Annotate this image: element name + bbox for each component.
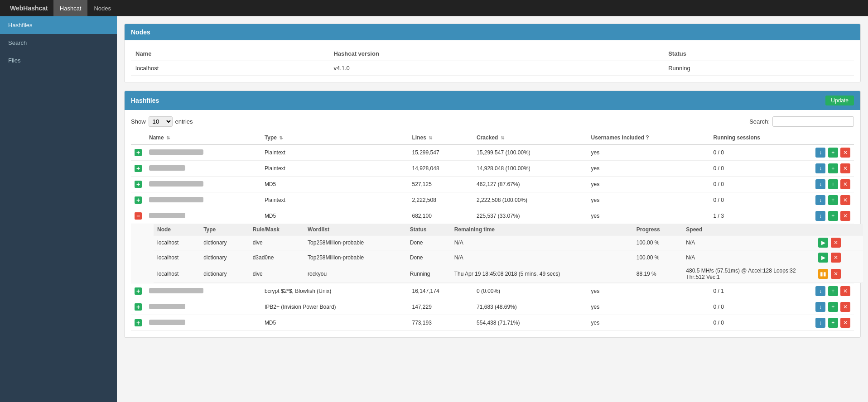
search-box: Search: (749, 116, 854, 127)
delete-button[interactable]: ✕ (840, 211, 850, 221)
col-type[interactable]: Type ⇅ (261, 131, 409, 144)
hf-name (145, 144, 261, 161)
collapse-button[interactable]: − (135, 212, 142, 220)
hf-lines: 682,100 (409, 208, 473, 224)
update-button[interactable]: Update (825, 96, 854, 105)
stop-button[interactable]: ✕ (831, 269, 841, 279)
nodes-col-name: Name (131, 47, 329, 61)
expand-button[interactable]: + (135, 165, 142, 172)
col-name[interactable]: Name ⇅ (145, 131, 261, 144)
sess-col-actions (814, 224, 863, 235)
table-row: − MD5 682,100 225,537 (33.07%) yes 1 / 3… (131, 208, 854, 224)
sess-wordlist: Top258Million-probable (304, 235, 406, 250)
play-button[interactable]: ▶ (818, 253, 828, 263)
download-button[interactable]: ↓ (815, 318, 825, 328)
download-button[interactable]: ↓ (815, 211, 825, 221)
session-table: Node Type Rule/Mask Wordlist Status Rema… (154, 224, 863, 283)
add-button[interactable]: + (828, 302, 838, 312)
table-row: + Plaintext 15,299,547 15,299,547 (100.0… (131, 144, 854, 161)
list-item: localhost dictionary dive rockyou Runnin… (154, 265, 863, 283)
expand-button[interactable]: + (135, 287, 142, 295)
hashfiles-panel-title: Hashfiles (131, 97, 159, 104)
expand-button[interactable]: + (135, 319, 142, 326)
col-usernames: Usernames included ? (588, 131, 710, 144)
col-running: Running sessions (710, 131, 811, 144)
hf-cracked: 554,438 (71.71%) (473, 315, 588, 331)
hf-cracked: 2,222,508 (100.00%) (473, 192, 588, 208)
table-row: + Plaintext 2,222,508 2,222,508 (100.00%… (131, 192, 854, 208)
expand-button[interactable]: + (135, 303, 142, 311)
nav-hashcat[interactable]: Hashcat (53, 0, 88, 16)
delete-button[interactable]: ✕ (840, 148, 850, 158)
list-item: localhost dictionary d3ad0ne Top258Milli… (154, 250, 863, 265)
add-button[interactable]: + (828, 179, 838, 189)
sess-rule: dive (249, 235, 304, 250)
expand-button[interactable]: + (135, 181, 142, 188)
hf-lines: 15,299,547 (409, 144, 473, 161)
sort-cracked-icon: ⇅ (501, 135, 504, 140)
hf-cracked: 14,928,048 (100.00%) (473, 161, 588, 177)
add-button[interactable]: + (828, 286, 838, 296)
hf-type: Plaintext (261, 161, 409, 177)
add-button[interactable]: + (828, 163, 838, 173)
sidebar-item-files[interactable]: Files (0, 52, 117, 69)
sess-col-remaining: Remaining time (451, 224, 633, 235)
nodes-panel: Nodes Name Hashcat version Status localh… (124, 24, 861, 82)
search-label: Search: (749, 118, 770, 125)
nav-nodes[interactable]: Nodes (87, 0, 117, 16)
show-entries: Show 10 25 50 100 entries (131, 116, 193, 127)
download-button[interactable]: ↓ (815, 179, 825, 189)
add-button[interactable]: + (828, 148, 838, 158)
delete-button[interactable]: ✕ (840, 163, 850, 173)
pause-button[interactable]: ▮▮ (818, 269, 828, 279)
expand-button[interactable]: + (135, 196, 142, 204)
search-input[interactable] (772, 116, 854, 127)
col-lines[interactable]: Lines ⇅ (409, 131, 473, 144)
delete-button[interactable]: ✕ (840, 195, 850, 205)
stop-button[interactable]: ✕ (831, 238, 841, 248)
hf-usernames: yes (588, 177, 710, 192)
table-row: + Plaintext 14,928,048 14,928,048 (100.0… (131, 161, 854, 177)
nodes-col-version: Hashcat version (329, 47, 664, 61)
play-button[interactable]: ▶ (818, 238, 828, 248)
hf-lines: 527,125 (409, 177, 473, 192)
entries-select[interactable]: 10 25 50 100 (149, 116, 173, 127)
add-button[interactable]: + (828, 211, 838, 221)
add-button[interactable]: + (828, 195, 838, 205)
download-button[interactable]: ↓ (815, 302, 825, 312)
hf-lines: 14,928,048 (409, 161, 473, 177)
sidebar-item-search[interactable]: Search (0, 34, 117, 52)
app-brand: WebHashcat (5, 5, 53, 12)
download-button[interactable]: ↓ (815, 163, 825, 173)
top-nav: WebHashcat Hashcat Nodes (0, 0, 868, 16)
add-button[interactable]: + (828, 318, 838, 328)
hf-name (145, 177, 261, 192)
layout: Hashfiles Search Files Nodes Name Hashca… (0, 16, 868, 402)
col-cracked[interactable]: Cracked ⇅ (473, 131, 588, 144)
sess-col-status: Status (406, 224, 451, 235)
hf-type: bcrypt $2*$, Blowfish (Unix) (261, 283, 409, 299)
table-controls: Show 10 25 50 100 entries Search: (131, 116, 854, 127)
sess-actions: ▶ ✕ (814, 235, 863, 250)
sess-actions: ▶ ✕ (814, 250, 863, 265)
download-button[interactable]: ↓ (815, 148, 825, 158)
nodes-panel-body: Name Hashcat version Status localhost v4… (125, 40, 860, 82)
stop-button[interactable]: ✕ (831, 253, 841, 263)
delete-button[interactable]: ✕ (840, 318, 850, 328)
expand-button[interactable]: + (135, 149, 142, 156)
download-button[interactable]: ↓ (815, 286, 825, 296)
delete-button[interactable]: ✕ (840, 179, 850, 189)
sidebar-item-hashfiles[interactable]: Hashfiles (0, 16, 117, 34)
hashfiles-table: Name ⇅ Type ⇅ Lines ⇅ (131, 131, 854, 331)
sess-remaining: N/A (451, 250, 633, 265)
delete-button[interactable]: ✕ (840, 286, 850, 296)
hf-usernames: yes (588, 144, 710, 161)
download-button[interactable]: ↓ (815, 195, 825, 205)
hf-actions: ↓ + ✕ (811, 315, 854, 331)
sess-type: dictionary (200, 235, 249, 250)
hf-type: MD5 (261, 177, 409, 192)
sess-type: dictionary (200, 265, 249, 283)
sessions-row: Node Type Rule/Mask Wordlist Status Rema… (131, 224, 854, 283)
delete-button[interactable]: ✕ (840, 302, 850, 312)
list-item: localhost dictionary dive Top258Million-… (154, 235, 863, 250)
